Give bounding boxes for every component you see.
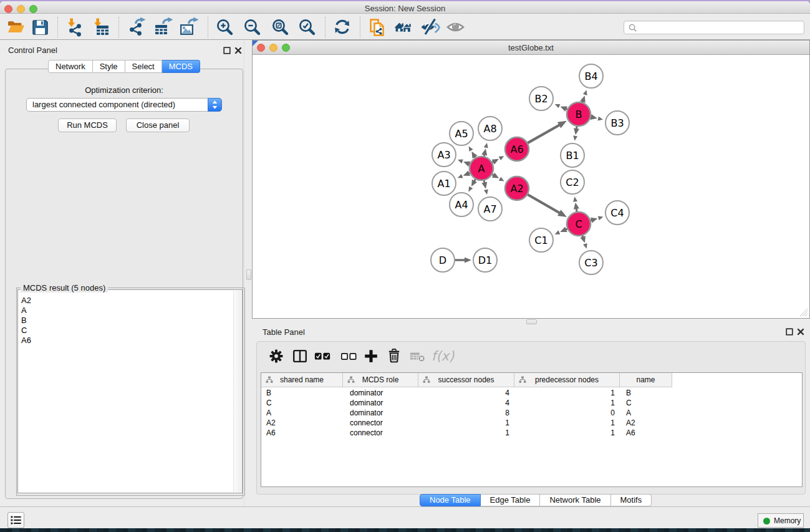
open-file-icon-glyph: [6, 17, 26, 37]
hide-graphics-details-icon[interactable]: [420, 17, 440, 37]
table-row-C[interactable]: Cdominator41C: [261, 398, 803, 408]
zoom-fit-icon[interactable]: [271, 17, 291, 37]
column-header-MCDS-role[interactable]: MCDS role: [343, 373, 418, 387]
memory-button[interactable]: Memory: [758, 513, 804, 528]
tab-motifs[interactable]: Motifs: [611, 494, 652, 506]
graph-node-label: A6: [510, 143, 523, 155]
mcds-result-box: MCDS result (5 nodes) A2ABCA6: [16, 288, 245, 496]
edge-arrow-icon: [555, 104, 561, 108]
graph-edge[interactable]: [528, 123, 562, 143]
tab-select[interactable]: Select: [125, 60, 162, 73]
task-list-icon: [8, 513, 24, 528]
table-settings-icon[interactable]: [268, 347, 285, 365]
function-builder-icon[interactable]: f(x): [430, 347, 458, 365]
split-panel-icon[interactable]: [291, 347, 309, 365]
result-scrollbar[interactable]: [233, 291, 241, 492]
table-cell: 1: [418, 418, 509, 427]
float-panel-icon-glyph: [223, 47, 231, 54]
result-item[interactable]: A6: [21, 336, 31, 346]
zoom-out-icon[interactable]: [243, 17, 263, 37]
result-item[interactable]: C: [21, 326, 31, 336]
table-cell: 4: [418, 389, 509, 397]
column-header-shared-name[interactable]: shared name: [261, 373, 343, 387]
table-row-A2[interactable]: A2connector11A2: [261, 418, 803, 428]
graph-node-label: B4: [584, 70, 597, 82]
edge-arrow-icon: [557, 121, 567, 128]
show-graphics-details-icon[interactable]: [446, 17, 466, 37]
show-columns-icon[interactable]: [314, 347, 331, 365]
zoom-selected-icon-glyph: [297, 17, 317, 37]
table-row-B[interactable]: Bdominator41B: [261, 388, 803, 398]
column-header-successor-nodes[interactable]: successor nodes: [418, 373, 514, 387]
edge-arrow-icon: [481, 182, 487, 189]
network-canvas[interactable]: AA1A3A5A8A4A7A6A2BB1B2B3B4CC1C2C3C4DD1: [253, 56, 809, 318]
graph-edge[interactable]: [527, 194, 562, 214]
edge-arrow-icon: [591, 218, 597, 223]
tab-node-table[interactable]: Node Table: [420, 494, 481, 506]
save-session-icon[interactable]: [30, 17, 50, 37]
export-network-icon-glyph: [128, 17, 148, 37]
result-item[interactable]: A: [21, 306, 31, 316]
column-header-name[interactable]: name: [620, 373, 672, 387]
hide-columns-icon[interactable]: [340, 347, 357, 365]
vertical-splitter-grip[interactable]: [246, 269, 251, 280]
tab-mcds[interactable]: MCDS: [162, 60, 200, 73]
table-row-A[interactable]: Adominator80A: [261, 408, 803, 418]
run-mcds-button[interactable]: Run MCDS: [58, 118, 117, 132]
close-panel-icon[interactable]: [234, 47, 242, 54]
table-cell: 1: [514, 418, 615, 427]
search-input[interactable]: [624, 21, 804, 34]
table-cell: connector: [350, 418, 412, 427]
result-item[interactable]: A2: [21, 296, 31, 306]
table-row-A6[interactable]: A6connector11A6: [261, 428, 803, 438]
edge-arrow-icon: [580, 236, 586, 243]
toolbar-separator: [360, 17, 360, 38]
mcds-result-title: MCDS result (5 nodes): [21, 283, 108, 293]
memory-label: Memory: [774, 516, 801, 525]
open-file-icon[interactable]: [6, 17, 26, 37]
edge-arrow-icon: [484, 143, 488, 148]
table-cell: C: [626, 399, 670, 407]
float-table-panel-icon[interactable]: [786, 328, 793, 336]
criterion-dropdown[interactable]: largest connected component (directed): [26, 98, 222, 112]
column-header-predecessor-nodes[interactable]: predecessor nodes: [514, 373, 620, 387]
hide-columns-icon-glyph: [340, 347, 357, 365]
toolbar-separator: [57, 17, 58, 38]
tab-edge-table[interactable]: Edge Table: [481, 494, 541, 506]
active-window-corner-icon: [253, 41, 259, 47]
import-table-icon[interactable]: [91, 17, 111, 37]
edge-arrow-icon: [458, 160, 463, 164]
close-panel-button[interactable]: Close panel: [126, 118, 190, 132]
import-network-icon[interactable]: [65, 17, 85, 37]
create-column-icon[interactable]: [362, 347, 380, 365]
export-table-icon[interactable]: [153, 17, 173, 37]
zoom-selected-icon[interactable]: [297, 17, 317, 37]
show-graphics-details-icon-glyph: [446, 17, 466, 37]
refresh-icon[interactable]: [332, 17, 352, 37]
tab-style[interactable]: Style: [93, 60, 125, 73]
network-window-title: testGlobe.txt: [253, 43, 809, 52]
zoom-in-icon[interactable]: [215, 17, 235, 37]
network-window-titlebar[interactable]: testGlobe.txt: [253, 41, 809, 55]
result-item[interactable]: B: [21, 316, 31, 326]
export-image-icon[interactable]: [179, 17, 199, 37]
table-cell: 1: [514, 428, 615, 437]
resize-grip-icon[interactable]: [799, 308, 808, 317]
task-history-button[interactable]: [7, 512, 24, 528]
tab-network[interactable]: Network: [48, 60, 93, 73]
network-overview-icon[interactable]: [393, 17, 413, 37]
float-panel-icon[interactable]: [223, 47, 231, 54]
mcds-tab-content: Optimization criterion: largest connecte…: [5, 69, 243, 499]
tab-network-table[interactable]: Network Table: [540, 494, 610, 506]
close-table-panel-icon[interactable]: [797, 328, 804, 336]
mcds-result-list-glyph: A2ABCA6: [21, 296, 31, 346]
column-header-label: name: [620, 375, 672, 384]
delete-table-icon[interactable]: [409, 347, 427, 365]
edge-arrow-icon: [458, 174, 463, 178]
open-session-icon-glyph: [368, 17, 388, 37]
edge-arrow-icon: [583, 243, 587, 249]
open-session-icon[interactable]: [368, 17, 388, 37]
mcds-result-list[interactable]: A2ABCA6: [17, 289, 243, 493]
delete-column-icon[interactable]: [385, 347, 403, 365]
export-network-icon[interactable]: [128, 17, 148, 37]
